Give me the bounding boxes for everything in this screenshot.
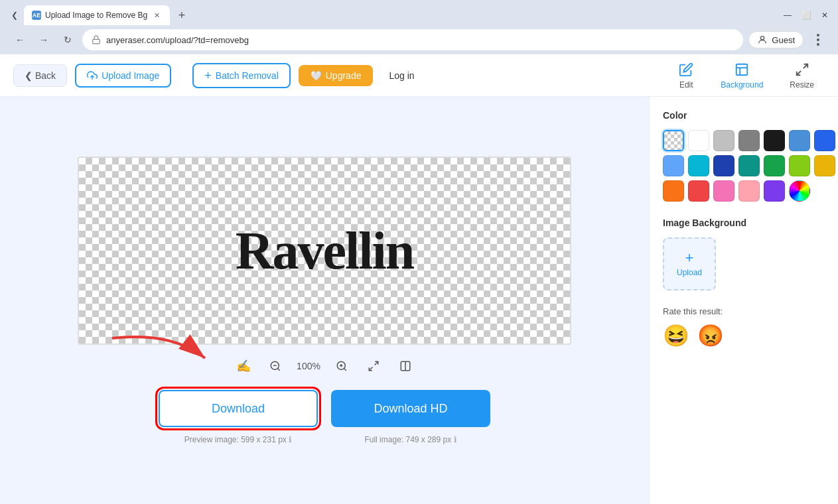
image-bg-upload-button[interactable]: + Upload [663, 237, 716, 290]
zoom-in-button[interactable] [331, 355, 352, 377]
svg-rect-0 [93, 39, 100, 43]
color-swatch-gradient[interactable] [789, 180, 810, 202]
resize-tool[interactable]: Resize [779, 56, 825, 95]
url-bar[interactable]: anyeraser.com/upload/?td=removebg [82, 29, 743, 50]
menu-dot-1 [817, 34, 819, 36]
heart-icon: 🤍 [311, 70, 322, 81]
browser-window: ❮ AE Upload Image to Remove Bg ✕ + — ⬜ ✕… [0, 0, 838, 504]
tab-favicon: AE [32, 11, 41, 20]
zoom-out-button[interactable] [265, 355, 286, 377]
edit-label: Edit [679, 80, 693, 90]
color-swatch-cyan[interactable] [688, 155, 709, 176]
download-button[interactable]: Download [159, 390, 318, 427]
minimize-button[interactable]: — [782, 10, 793, 21]
upload-label-text: Upload [677, 268, 702, 277]
color-swatch-blue-light[interactable] [789, 130, 810, 151]
profile-label: Guest [772, 35, 795, 45]
tab-bar: ❮ AE Upload Image to Remove Bg ✕ + [8, 5, 191, 25]
download-row: Download Download HD [159, 390, 490, 427]
upload-label: Upload Image [102, 70, 159, 81]
emoji-row: 😆 😡 [663, 323, 825, 348]
upload-plus-icon: + [685, 251, 694, 265]
color-swatch-pink[interactable] [713, 180, 734, 202]
url-text: anyeraser.com/upload/?td=removebg [106, 35, 249, 45]
svg-rect-3 [736, 64, 748, 75]
color-swatch-purple[interactable] [764, 180, 785, 202]
preview-info-text: Preview image: 599 x 231 px [184, 435, 287, 444]
background-label: Background [721, 80, 763, 90]
happy-emoji: 😆 [663, 324, 689, 347]
color-swatch-lightgray[interactable] [713, 130, 734, 151]
image-controls: ✍ 100% [233, 355, 416, 377]
tab-close-button[interactable]: ✕ [151, 10, 162, 21]
color-swatch-red[interactable] [688, 180, 709, 202]
upgrade-label: Upgrade [326, 70, 362, 81]
close-button[interactable]: ✕ [819, 10, 830, 21]
fullscreen-icon [368, 360, 380, 372]
login-button[interactable]: Log in [381, 65, 422, 86]
full-info: Full image: 749 x 289 px ℹ [331, 435, 490, 444]
color-section: Color [663, 110, 825, 202]
preview-info: Preview image: 599 x 231 px ℹ [159, 435, 318, 444]
download-hd-button[interactable]: Download HD [331, 390, 490, 427]
color-swatch-teal[interactable] [738, 155, 760, 176]
color-section-title: Color [663, 110, 825, 121]
color-swatch-lime[interactable] [789, 155, 810, 176]
pan-tool-button[interactable]: ✍ [233, 355, 254, 377]
download-hd-label: Download HD [374, 402, 447, 415]
color-swatch-gray[interactable] [738, 130, 760, 151]
color-swatch-blue1[interactable] [814, 130, 835, 151]
refresh-button[interactable]: ↻ [58, 31, 77, 49]
color-swatch-yellow[interactable] [814, 155, 835, 176]
zoom-out-icon [269, 360, 281, 372]
svg-line-13 [374, 361, 378, 365]
fullscreen-button[interactable] [363, 355, 384, 377]
color-swatch-transparent[interactable] [663, 130, 684, 151]
batch-removal-button[interactable]: + Batch Removal [192, 63, 290, 88]
app-toolbar: ❮ Back Upload Image + Batch Removal 🤍 Up… [0, 54, 838, 97]
main-content: Ravellin ✍ 100% [0, 97, 838, 504]
maximize-button[interactable]: ⬜ [801, 10, 811, 21]
title-bar: ❮ AE Upload Image to Remove Bg ✕ + — ⬜ ✕ [0, 0, 838, 25]
back-chevron-icon: ❮ [25, 70, 33, 81]
back-label: Back [35, 70, 56, 81]
split-view-button[interactable] [395, 355, 416, 377]
image-container: Ravellin [78, 157, 571, 345]
upload-image-button[interactable]: Upload Image [75, 64, 171, 88]
color-swatch-orange[interactable] [663, 180, 684, 202]
new-tab-button[interactable]: + [173, 6, 191, 25]
canvas-checkerboard[interactable]: Ravellin [79, 158, 570, 344]
svg-line-7 [278, 368, 280, 370]
info-labels: Preview image: 599 x 231 px ℹ Full image… [159, 435, 490, 444]
forward-nav-button[interactable]: → [35, 31, 53, 49]
rate-label: Rate this result: [663, 306, 825, 316]
rate-section: Rate this result: 😆 😡 [663, 306, 825, 348]
window-controls: — ⬜ ✕ [782, 10, 830, 21]
color-swatch-lightpink[interactable] [738, 180, 760, 202]
happy-emoji-button[interactable]: 😆 [663, 323, 689, 348]
image-bg-section: Image Background + Upload [663, 218, 825, 290]
profile-button[interactable]: Guest [748, 31, 803, 48]
svg-line-5 [796, 70, 800, 74]
tab-prev-arrow[interactable]: ❮ [8, 9, 21, 22]
color-grid [663, 130, 825, 202]
edit-icon [678, 62, 694, 78]
color-swatch-black[interactable] [764, 130, 785, 151]
color-swatch-blue2[interactable] [663, 155, 684, 176]
active-tab[interactable]: AE Upload Image to Remove Bg ✕ [24, 5, 170, 25]
edit-tool[interactable]: Edit [667, 56, 705, 95]
full-info-icon: ℹ [454, 435, 457, 444]
color-swatch-green[interactable] [764, 155, 785, 176]
tool-group: Edit Background [667, 56, 825, 95]
back-button[interactable]: ❮ Back [13, 64, 67, 87]
split-icon [399, 360, 411, 372]
back-nav-button[interactable]: ← [11, 31, 29, 49]
background-tool[interactable]: Background [710, 56, 774, 95]
signature-image: Ravellin [236, 221, 413, 281]
angry-emoji-button[interactable]: 😡 [697, 323, 724, 348]
color-swatch-white[interactable] [688, 130, 709, 151]
browser-menu-button[interactable] [809, 31, 827, 49]
upgrade-button[interactable]: 🤍 Upgrade [299, 65, 374, 86]
download-area: Download Download HD Preview image: 599 … [159, 390, 490, 444]
color-swatch-darkblue[interactable] [713, 155, 734, 176]
